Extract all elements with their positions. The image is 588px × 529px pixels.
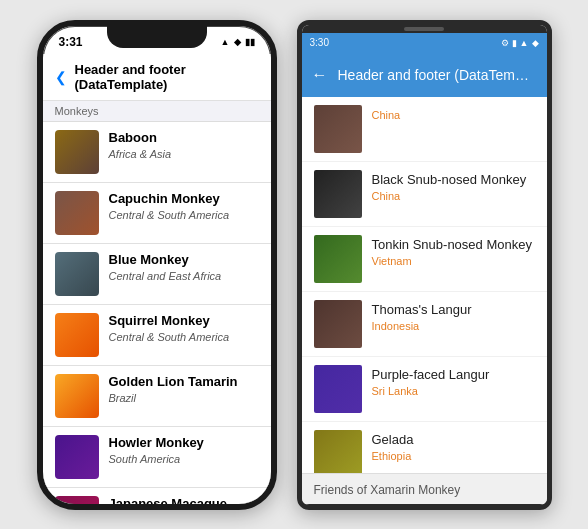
android-settings-icon: ⚙: [501, 38, 509, 48]
android-item-region: China: [372, 189, 535, 203]
ios-monkey-image: [55, 496, 99, 507]
ios-nav-bar: ❮ Header and footer (DataTemplate): [43, 54, 271, 101]
ios-item-name: Golden Lion Tamarin: [109, 374, 259, 391]
ios-item-region: Brazil: [109, 391, 259, 405]
android-items-container: China Black Snub-nosed Monkey China Tonk…: [302, 97, 547, 473]
android-monkey-image: [314, 235, 362, 283]
ios-item-text: Howler Monkey South America: [109, 435, 259, 467]
android-item-text: Purple-faced Langur Sri Lanka: [372, 365, 535, 399]
ios-item-text: Japanese Macaque Japan: [109, 496, 259, 507]
ios-signal-icon: ▲: [221, 37, 230, 47]
ios-item-region: Central & South America: [109, 330, 259, 344]
android-item-region: Vietnam: [372, 254, 535, 268]
android-item-region: China: [372, 108, 535, 122]
ios-item-region: Central and East Africa: [109, 269, 259, 283]
ios-list-item[interactable]: Blue Monkey Central and East Africa: [43, 244, 271, 305]
android-item-region: Ethiopia: [372, 449, 535, 463]
android-list: China Black Snub-nosed Monkey China Tonk…: [302, 97, 547, 473]
ios-list: Monkeys Baboon Africa & Asia Capuchin Mo…: [43, 101, 271, 507]
android-monkey-image: [314, 365, 362, 413]
android-list-item[interactable]: Thomas's Langur Indonesia: [302, 292, 547, 357]
ios-time: 3:31: [59, 35, 83, 49]
android-top-bar: [302, 25, 547, 33]
ios-notch: [107, 26, 207, 48]
ios-item-text: Squirrel Monkey Central & South America: [109, 313, 259, 345]
ios-nav-title: Header and footer (DataTemplate): [75, 62, 259, 92]
android-monkey-image: [314, 105, 362, 153]
ios-wifi-icon: ◆: [234, 37, 241, 47]
ios-monkey-image: [55, 252, 99, 296]
ios-back-button[interactable]: ❮: [55, 69, 67, 85]
android-item-name: Thomas's Langur: [372, 302, 535, 319]
android-item-text: Thomas's Langur Indonesia: [372, 300, 535, 334]
android-footer: Friends of Xamarin Monkey: [302, 473, 547, 504]
android-item-text: Black Snub-nosed Monkey China: [372, 170, 535, 204]
devices-container: 3:31 ▲ ◆ ▮▮ ❮ Header and footer (DataTem…: [27, 10, 562, 520]
ios-item-text: Golden Lion Tamarin Brazil: [109, 374, 259, 406]
ios-item-region: Central & South America: [109, 208, 259, 222]
android-signal-icon: ▲: [520, 38, 529, 48]
ios-item-text: Baboon Africa & Asia: [109, 130, 259, 162]
ios-item-region: South America: [109, 452, 259, 466]
android-back-button[interactable]: ←: [312, 66, 328, 84]
ios-status-icons: ▲ ◆ ▮▮: [221, 37, 255, 47]
ios-list-item[interactable]: Baboon Africa & Asia: [43, 122, 271, 183]
ios-item-region: Africa & Asia: [109, 147, 259, 161]
android-nav-bar: ← Header and footer (DataTempl...: [302, 53, 547, 97]
android-item-region: Indonesia: [372, 319, 535, 333]
android-speaker: [404, 27, 444, 31]
ios-item-name: Howler Monkey: [109, 435, 259, 452]
android-monkey-image: [314, 170, 362, 218]
android-list-item[interactable]: Gelada Ethiopia: [302, 422, 547, 473]
android-status-icons: ⚙ ▮ ▲ ◆: [501, 38, 539, 48]
ios-monkey-image: [55, 130, 99, 174]
ios-items-container: Baboon Africa & Asia Capuchin Monkey Cen…: [43, 122, 271, 507]
ios-phone: 3:31 ▲ ◆ ▮▮ ❮ Header and footer (DataTem…: [37, 20, 277, 510]
ios-item-text: Blue Monkey Central and East Africa: [109, 252, 259, 284]
ios-item-text: Capuchin Monkey Central & South America: [109, 191, 259, 223]
ios-monkey-image: [55, 313, 99, 357]
android-monkey-image: [314, 300, 362, 348]
android-monkey-image: [314, 430, 362, 473]
ios-item-name: Capuchin Monkey: [109, 191, 259, 208]
ios-item-name: Japanese Macaque: [109, 496, 259, 507]
ios-list-item[interactable]: Squirrel Monkey Central & South America: [43, 305, 271, 366]
android-phone: 3:30 ⚙ ▮ ▲ ◆ ← Header and footer (DataTe…: [297, 20, 552, 510]
android-item-text: China: [372, 105, 535, 122]
android-list-item[interactable]: Black Snub-nosed Monkey China: [302, 162, 547, 227]
ios-list-item[interactable]: Howler Monkey South America: [43, 427, 271, 488]
ios-item-name: Baboon: [109, 130, 259, 147]
android-item-text: Tonkin Snub-nosed Monkey Vietnam: [372, 235, 535, 269]
android-footer-text: Friends of Xamarin Monkey: [314, 483, 461, 497]
android-wifi-icon: ◆: [532, 38, 539, 48]
android-item-name: Purple-faced Langur: [372, 367, 535, 384]
android-item-name: Black Snub-nosed Monkey: [372, 172, 535, 189]
android-item-name: Tonkin Snub-nosed Monkey: [372, 237, 535, 254]
ios-battery-icon: ▮▮: [245, 37, 255, 47]
ios-section-header: Monkeys: [43, 101, 271, 122]
android-list-item[interactable]: China: [302, 97, 547, 162]
android-list-item[interactable]: Tonkin Snub-nosed Monkey Vietnam: [302, 227, 547, 292]
android-item-region: Sri Lanka: [372, 384, 535, 398]
ios-monkey-image: [55, 374, 99, 418]
ios-list-item[interactable]: Japanese Macaque Japan: [43, 488, 271, 507]
ios-list-item[interactable]: Golden Lion Tamarin Brazil: [43, 366, 271, 427]
ios-item-name: Squirrel Monkey: [109, 313, 259, 330]
android-bottom-bar: ◄ ● ■: [302, 504, 547, 510]
android-battery-icon: ▮: [512, 38, 517, 48]
android-nav-title: Header and footer (DataTempl...: [338, 67, 537, 83]
android-status-bar: 3:30 ⚙ ▮ ▲ ◆: [302, 33, 547, 53]
android-item-text: Gelada Ethiopia: [372, 430, 535, 464]
android-time: 3:30: [310, 37, 329, 48]
ios-list-item[interactable]: Capuchin Monkey Central & South America: [43, 183, 271, 244]
ios-monkey-image: [55, 191, 99, 235]
ios-item-name: Blue Monkey: [109, 252, 259, 269]
android-item-name: Gelada: [372, 432, 535, 449]
android-list-item[interactable]: Purple-faced Langur Sri Lanka: [302, 357, 547, 422]
ios-monkey-image: [55, 435, 99, 479]
